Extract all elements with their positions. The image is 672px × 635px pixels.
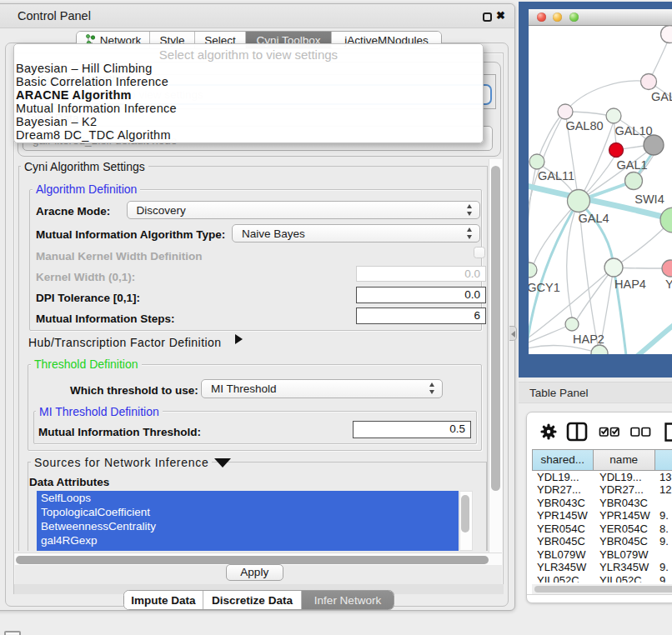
settings-vertical-scrollbar-thumb[interactable] [491, 166, 500, 491]
cell-name: YBL079W [599, 548, 649, 562]
float-window-icon[interactable] [483, 12, 492, 22]
popup-item[interactable]: Bayesian – Hill Climbing [15, 62, 484, 75]
list-scrollbar-thumb[interactable] [461, 495, 469, 532]
network-node[interactable] [558, 104, 573, 119]
cell-shared-name: YIL052C [537, 574, 579, 582]
attribute-list-item[interactable]: BetweennessCentrality [37, 519, 459, 533]
list-scrollbar[interactable] [459, 491, 473, 551]
column-header-name[interactable]: name [594, 450, 656, 471]
sources-collapse-icon[interactable] [214, 458, 231, 468]
table-row[interactable]: YBL079WYBL079W [532, 548, 672, 562]
popup-item[interactable]: ARACNE Algorithm [15, 88, 484, 102]
network-node[interactable] [644, 135, 664, 155]
network-node[interactable] [591, 345, 608, 354]
network-node-label: GAL10 [614, 124, 652, 138]
which-threshold-combobox[interactable]: MI Threshold [201, 379, 443, 398]
bottom-tab-impute-data[interactable]: Impute Data [124, 591, 203, 609]
table-row[interactable]: YDL19...YDL19...13 [532, 471, 672, 484]
control-panel-titlebar[interactable]: Control Panel ✖ [0, 4, 514, 28]
columns-icon[interactable] [568, 423, 586, 440]
hub-expand-icon[interactable] [235, 334, 243, 344]
network-edge[interactable] [565, 81, 649, 112]
table-row[interactable]: YDR27...YDR27...12 [532, 483, 672, 497]
network-node[interactable] [604, 258, 623, 277]
cell-extra: 9. [659, 574, 669, 582]
column-header-extra[interactable] [655, 450, 672, 471]
manual-kernel-width-checkbox[interactable] [474, 247, 485, 258]
mi-threshold-field[interactable]: 0.5 [353, 421, 471, 438]
table-row[interactable]: YBR043CYBR043C [532, 497, 672, 510]
collapse-arrow-icon [511, 331, 515, 338]
mi-steps-field[interactable]: 6 [356, 308, 486, 324]
bottom-tab-infer-network[interactable]: Infer Network [302, 591, 394, 609]
network-node[interactable] [609, 143, 624, 158]
settings-vertical-scrollbar[interactable] [489, 159, 502, 552]
bottom-tab-discretize-data[interactable]: Discretize Data [203, 591, 302, 609]
network-node[interactable] [641, 74, 657, 90]
table-row[interactable]: YBR045CYBR045C9. [532, 535, 672, 548]
aracne-mode-value: Discovery [137, 203, 186, 216]
network-node[interactable] [625, 172, 643, 190]
kernel-width-field[interactable]: 0.0 [356, 266, 486, 282]
popup-item[interactable]: Dream8 DC_TDC Algorithm [15, 128, 484, 142]
table-scrollbar-thumb[interactable] [534, 586, 672, 593]
close-icon[interactable]: ✖ [496, 8, 508, 23]
network-node[interactable] [529, 262, 537, 278]
network-node[interactable] [662, 260, 672, 277]
network-edge[interactable] [529, 324, 572, 347]
attribute-list-item[interactable]: gal4RGexp [37, 533, 459, 548]
aracne-mode-combobox[interactable]: Discovery [127, 201, 480, 219]
settings-horizontal-scrollbar-thumb[interactable] [16, 556, 489, 564]
cell-name: YBR043C [599, 497, 648, 510]
mi-algorithm-type-combobox[interactable]: Naive Bayes [232, 224, 480, 242]
column-header-shared[interactable]: shared... [533, 450, 594, 471]
popup-item[interactable]: Basic Correlation Inference [15, 75, 484, 88]
cell-extra: 9. [659, 509, 669, 522]
network-edge[interactable] [614, 225, 667, 268]
network-window-titlebar[interactable] [529, 9, 672, 26]
network-node[interactable] [565, 318, 579, 331]
cell-shared-name: YPR145W [537, 509, 588, 522]
table-panel-bar[interactable]: Table Panel [519, 382, 672, 403]
table-row[interactable]: YER054CYER054C8. [532, 522, 672, 536]
cell-shared-name: YER054C [537, 522, 585, 536]
split-divider-handle[interactable] [509, 326, 517, 341]
table-panel-title: Table Panel [529, 387, 589, 399]
network-node[interactable] [568, 190, 590, 212]
network-edge[interactable] [529, 345, 599, 353]
attribute-list-item[interactable]: SelfLoops [37, 491, 459, 505]
apply-button[interactable]: Apply [226, 564, 283, 581]
cell-name: YER054C [599, 522, 648, 536]
network-node[interactable] [661, 26, 672, 43]
network-node[interactable] [606, 108, 621, 123]
zoom-traffic-light-icon[interactable] [569, 12, 579, 22]
attribute-list-item[interactable]: TopologicalCoefficient [37, 505, 459, 519]
popup-item[interactable]: Bayesian – K2 [15, 115, 484, 128]
cell-name: YLR345W [599, 561, 649, 574]
table-row[interactable]: YIL052CYIL052C9. [532, 574, 672, 582]
cell-shared-name: YDR27... [537, 483, 581, 497]
popup-item[interactable]: Mutual Information Inference [15, 102, 484, 115]
table-row[interactable]: YLR345WYLR345W9. [532, 561, 672, 574]
hub-definition-label: Hub/Transcription Factor Definition [28, 336, 222, 349]
cell-extra: 9. [659, 561, 669, 574]
file-icon[interactable] [666, 424, 672, 441]
table-row[interactable]: YPR145WYPR145W9. [532, 509, 672, 522]
network-node[interactable] [529, 154, 544, 169]
bottom-left-stub-button[interactable] [4, 631, 21, 635]
network-canvas[interactable]: GAL7GAL80GAL10GAL1GAL11GAL4SWI4GCY1HAP4Y… [529, 26, 672, 354]
close-traffic-light-icon[interactable] [537, 12, 546, 22]
deselect-all-icon[interactable] [631, 428, 650, 437]
threshold-definition-title: Threshold Definition [31, 358, 142, 371]
settings-horizontal-scrollbar[interactable] [14, 552, 502, 565]
network-edge[interactable] [635, 325, 672, 354]
dpi-tolerance-field[interactable]: 0.0 [356, 287, 486, 303]
network-view-window: GAL7GAL80GAL10GAL1GAL11GAL4SWI4GCY1HAP4Y… [519, 2, 672, 378]
minimize-traffic-light-icon[interactable] [553, 12, 562, 22]
gear-icon[interactable] [542, 425, 555, 438]
network-node[interactable] [660, 208, 672, 232]
select-all-icon[interactable] [600, 428, 619, 437]
table-horizontal-scrollbar[interactable] [532, 584, 672, 594]
screen: Control Panel ✖ Inference Algorithm Sele… [0, 0, 672, 635]
data-attributes-list[interactable]: SelfLoopsTopologicalCoefficientBetweenne… [37, 491, 459, 551]
